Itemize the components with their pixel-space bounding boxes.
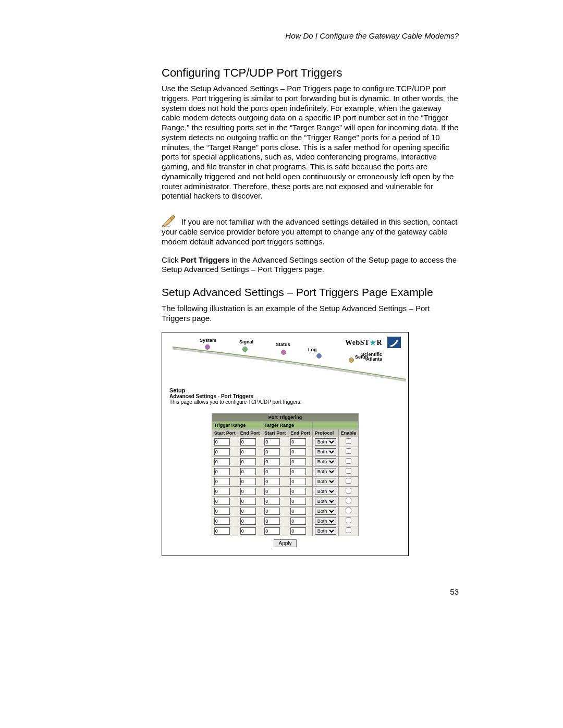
trigger-start-port-input[interactable]	[214, 498, 230, 505]
enable-checkbox[interactable]	[346, 488, 351, 493]
target-end-port-input[interactable]	[290, 478, 306, 485]
nav-status[interactable]: Status	[276, 342, 290, 347]
trigger-end-port-input[interactable]	[240, 478, 256, 485]
protocol-select[interactable]: Both	[315, 498, 336, 505]
enable-checkbox[interactable]	[346, 517, 351, 523]
target-start-port-input[interactable]	[264, 517, 280, 525]
target-start-port-input[interactable]	[264, 448, 280, 455]
enable-checkbox[interactable]	[346, 478, 351, 484]
target-start-port-input[interactable]	[264, 468, 280, 475]
target-end-port-input[interactable]	[290, 527, 306, 535]
target-end-port-input[interactable]	[290, 458, 306, 465]
brand-logo-icon	[387, 337, 401, 348]
note-text: If you are not familiar with the advance…	[162, 217, 457, 246]
setup-description: This page allows you to configure TCP/UD…	[169, 399, 401, 405]
nav-dot-signal	[242, 347, 248, 352]
protocol-select[interactable]: Both	[315, 488, 336, 495]
nav-signal[interactable]: Signal	[239, 339, 253, 344]
table-row: Both	[212, 486, 359, 496]
nav-dot-status	[281, 350, 286, 355]
setup-subheading: Advanced Settings - Port Triggers	[169, 393, 401, 399]
trigger-end-port-input[interactable]	[240, 448, 256, 455]
nav-system[interactable]: System	[200, 338, 216, 343]
trigger-start-port-input[interactable]	[214, 438, 230, 446]
target-start-port-input[interactable]	[264, 488, 280, 495]
protocol-select[interactable]: Both	[315, 478, 336, 485]
screenshot-nav-area: System Signal Status Log Setup WebST★R S…	[162, 332, 408, 385]
screenshot-panel: System Signal Status Log Setup WebST★R S…	[162, 332, 409, 556]
protocol-select[interactable]: Both	[315, 448, 336, 455]
target-start-port-input[interactable]	[264, 478, 280, 485]
enable-checkbox[interactable]	[346, 458, 351, 464]
enable-checkbox[interactable]	[346, 527, 351, 533]
table-row: Both	[212, 506, 359, 516]
enable-checkbox[interactable]	[346, 498, 351, 503]
target-start-port-input[interactable]	[264, 527, 280, 535]
th-target-range: Target Range	[262, 421, 313, 429]
trigger-start-port-input[interactable]	[214, 468, 230, 475]
trigger-start-port-input[interactable]	[214, 508, 230, 515]
page-number: 53	[162, 587, 459, 596]
table-row: Both	[212, 437, 359, 447]
protocol-select[interactable]: Both	[315, 517, 336, 525]
protocol-select[interactable]: Both	[315, 438, 336, 446]
trigger-start-port-input[interactable]	[214, 458, 230, 465]
trigger-end-port-input[interactable]	[240, 458, 256, 465]
target-end-port-input[interactable]	[290, 508, 306, 515]
section-title: Configuring TCP/UDP Port Triggers	[162, 66, 459, 80]
table-row: Both	[212, 447, 359, 456]
target-start-port-input[interactable]	[264, 458, 280, 465]
port-triggers-bold: Port Triggers	[181, 255, 229, 264]
th-target-start: Start Port	[262, 429, 288, 437]
trigger-end-port-input[interactable]	[240, 438, 256, 446]
pencil-note-icon	[162, 212, 179, 227]
port-triggering-table: Port Triggering Trigger Range Target Ran…	[212, 413, 359, 536]
trigger-start-port-input[interactable]	[214, 488, 230, 495]
target-end-port-input[interactable]	[290, 448, 306, 455]
trigger-end-port-input[interactable]	[240, 517, 256, 525]
protocol-select[interactable]: Both	[315, 468, 336, 475]
enable-checkbox[interactable]	[346, 448, 351, 454]
target-end-port-input[interactable]	[290, 517, 306, 525]
intro-paragraph: Use the Setup Advanced Settings – Port T…	[162, 84, 459, 201]
enable-checkbox[interactable]	[346, 508, 351, 513]
nav-dot-log	[316, 353, 322, 359]
trigger-end-port-input[interactable]	[240, 498, 256, 505]
target-end-port-input[interactable]	[290, 438, 306, 446]
note-paragraph: If you are not familiar with the advance…	[162, 212, 459, 247]
table-row: Both	[212, 466, 359, 476]
enable-checkbox[interactable]	[346, 438, 351, 444]
th-protocol: Protocol	[312, 429, 338, 437]
table-row: Both	[212, 456, 359, 466]
protocol-select[interactable]: Both	[315, 527, 336, 535]
apply-button[interactable]: Apply	[274, 539, 296, 547]
th-blank	[312, 421, 359, 429]
trigger-end-port-input[interactable]	[240, 527, 256, 535]
trigger-start-port-input[interactable]	[214, 478, 230, 485]
enable-checkbox[interactable]	[346, 468, 351, 474]
trigger-start-port-input[interactable]	[214, 527, 230, 535]
brand-block: WebST★R ScientificAtlanta	[345, 338, 382, 362]
target-start-port-input[interactable]	[264, 438, 280, 446]
protocol-select[interactable]: Both	[315, 458, 336, 465]
target-end-port-input[interactable]	[290, 498, 306, 505]
trigger-end-port-input[interactable]	[240, 508, 256, 515]
th-target-end: End Port	[288, 429, 313, 437]
target-start-port-input[interactable]	[264, 498, 280, 505]
trigger-start-port-input[interactable]	[214, 448, 230, 455]
protocol-select[interactable]: Both	[315, 508, 336, 515]
table-row: Both	[212, 526, 359, 536]
click-instruction: Click Port Triggers in the Advanced Sett…	[162, 255, 459, 275]
table-main-header: Port Triggering	[212, 413, 359, 421]
example-title: Setup Advanced Settings – Port Triggers …	[162, 286, 459, 299]
running-head: How Do I Configure the Gateway Cable Mod…	[162, 31, 459, 40]
target-end-port-input[interactable]	[290, 468, 306, 475]
trigger-end-port-input[interactable]	[240, 488, 256, 495]
target-start-port-input[interactable]	[264, 508, 280, 515]
th-enable: Enable	[338, 429, 359, 437]
target-end-port-input[interactable]	[290, 488, 306, 495]
nav-dot-system	[205, 344, 210, 350]
trigger-start-port-input[interactable]	[214, 517, 230, 525]
trigger-end-port-input[interactable]	[240, 468, 256, 475]
nav-log[interactable]: Log	[308, 347, 317, 352]
